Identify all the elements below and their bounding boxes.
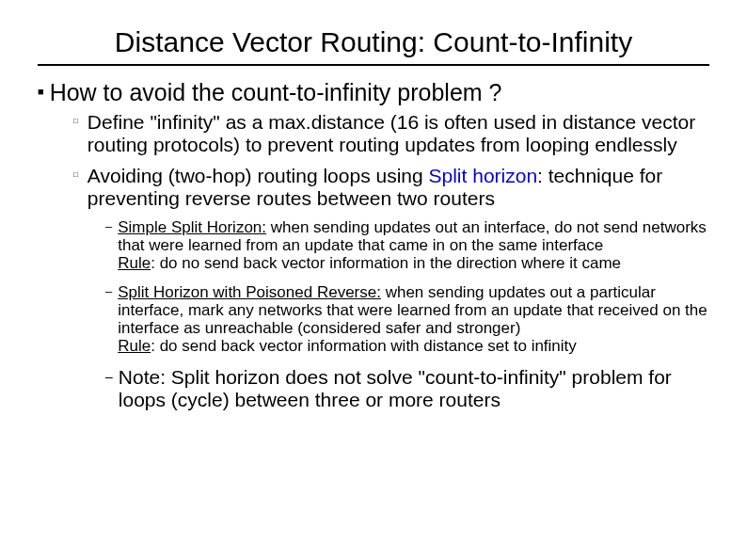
slide-title: Distance Vector Routing: Count-to-Infini… — [38, 26, 709, 58]
hollow-square-bullet-icon: □ — [73, 111, 78, 132]
item-label: Simple Split Horizon: — [118, 218, 266, 236]
dash-bullet-icon: – — [105, 366, 113, 387]
square-bullet-icon: ■ — [38, 79, 44, 104]
link-text: Split horizon — [429, 165, 538, 186]
hollow-square-bullet-icon: □ — [73, 165, 78, 185]
dash-bullet-icon: – — [105, 218, 112, 235]
level1-item: ■ How to avoid the count-to-infinity pro… — [38, 79, 709, 105]
note-body: Split horizon does not solve "count-to-i… — [119, 366, 672, 410]
level2-item: □ Define "infinity" as a max.distance (1… — [73, 111, 709, 155]
rule-body: : do send back vector information with d… — [151, 337, 577, 355]
rule-label: Rule — [118, 337, 151, 355]
level2-text: Avoiding (two-hop) routing loops using S… — [87, 165, 709, 209]
level3-note-text: Note: Split horizon does not solve "coun… — [119, 366, 709, 410]
text-pre: Avoiding (two-hop) routing loops using — [87, 165, 429, 186]
level3-item: – Simple Split Horizon: when sending upd… — [105, 218, 709, 272]
level2-text: Define "infinity" as a max.distance (16 … — [87, 111, 709, 155]
rule-body: : do no send back vector information in … — [151, 254, 621, 272]
level3-item: – Split Horizon with Poisoned Reverse: w… — [105, 283, 709, 355]
level3-text: Simple Split Horizon: when sending updat… — [118, 218, 709, 272]
level3-note-item: – Note: Split horizon does not solve "co… — [105, 366, 709, 410]
item-label: Split Horizon with Poisoned Reverse: — [118, 283, 381, 301]
title-divider — [38, 64, 709, 66]
rule-label: Rule — [118, 254, 151, 272]
level3-text: Split Horizon with Poisoned Reverse: whe… — [118, 283, 709, 355]
note-label: Note: — [119, 366, 171, 388]
level2-item: □ Avoiding (two-hop) routing loops using… — [73, 165, 709, 209]
dash-bullet-icon: – — [105, 283, 112, 300]
slide: Distance Vector Routing: Count-to-Infini… — [0, 0, 747, 560]
level1-text: How to avoid the count-to-infinity probl… — [50, 79, 502, 105]
